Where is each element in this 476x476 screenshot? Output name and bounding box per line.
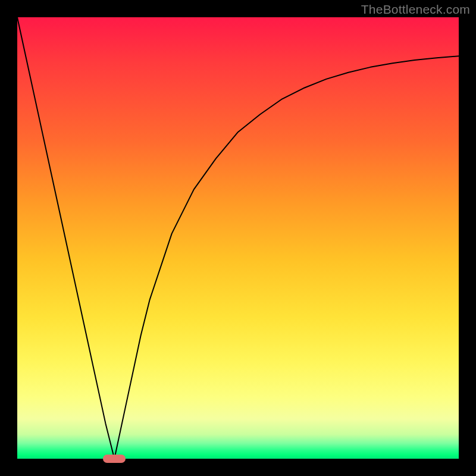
bottleneck-curve bbox=[17, 17, 459, 459]
chart-frame: TheBottleneck.com bbox=[0, 0, 476, 476]
curve-svg bbox=[17, 17, 459, 459]
plot-area bbox=[17, 17, 459, 459]
attribution-text: TheBottleneck.com bbox=[361, 2, 470, 17]
minimum-marker bbox=[103, 455, 126, 463]
